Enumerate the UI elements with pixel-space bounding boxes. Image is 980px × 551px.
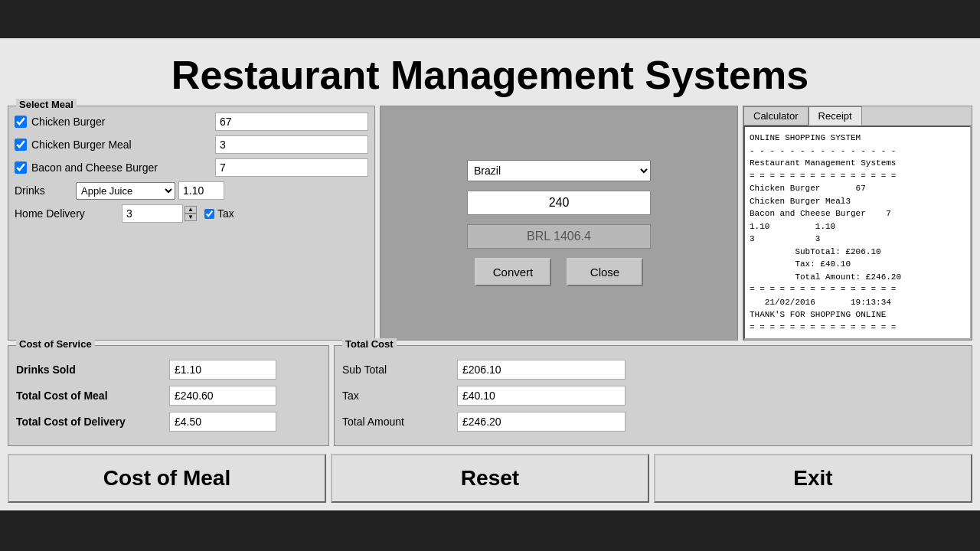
receipt-line: ONLINE SHOPPING SYSTEM — [750, 132, 965, 145]
app-title: Restaurant Management Systems — [0, 52, 980, 98]
cost-of-service-panel: Cost of Service Drinks Sold Total Cost o… — [8, 345, 329, 446]
receipt-tab[interactable]: Receipt — [808, 106, 862, 126]
convert-button[interactable]: Convert — [475, 258, 551, 286]
chicken-burger-meal-label: Chicken Burger Meal — [31, 139, 215, 151]
calculator-tab[interactable]: Calculator — [743, 106, 808, 126]
bottom-buttons: Cost of Meal Reset Exit — [8, 454, 972, 503]
converter-buttons: Convert Close — [475, 258, 643, 286]
chicken-burger-row: Chicken Burger — [15, 112, 368, 131]
chicken-burger-meal-input[interactable] — [215, 135, 368, 154]
receipt-line: SubTotal: £206.10 — [750, 246, 965, 259]
receipt-line: = = = = = = = = = = = = = = = — [750, 170, 965, 183]
receipt-content: ONLINE SHOPPING SYSTEM- - - - - - - - - … — [743, 126, 972, 340]
receipt-line: Chicken Burger 67 — [750, 182, 965, 195]
tax-checkbox[interactable] — [204, 209, 214, 219]
bacon-cheese-checkbox[interactable] — [15, 161, 27, 174]
receipt-panel: Calculator Receipt ONLINE SHOPPING SYSTE… — [743, 106, 972, 341]
chicken-burger-checkbox[interactable] — [15, 116, 27, 128]
tax-total-label: Tax — [342, 390, 457, 402]
tax-check-container: Tax — [204, 207, 234, 220]
chicken-burger-label: Chicken Burger — [31, 116, 215, 128]
drinks-label: Drinks — [15, 184, 76, 197]
sub-total-label: Sub Total — [342, 364, 457, 376]
total-cost-delivery-label: Total Cost of Delivery — [16, 416, 169, 428]
bacon-cheese-input[interactable] — [215, 158, 368, 177]
receipt-line: - - - - - - - - - - - - - - - — [750, 145, 965, 158]
delivery-label: Home Delivery — [15, 207, 122, 220]
drinks-select[interactable]: Apple Juice Orange Juice Cola Water — [76, 182, 175, 200]
chicken-burger-meal-row: Chicken Burger Meal — [15, 135, 368, 154]
reset-button[interactable]: Reset — [331, 454, 649, 503]
total-amount-label: Total Amount — [342, 416, 457, 428]
total-cost-meal-value[interactable] — [169, 386, 276, 406]
receipt-line: Chicken Burger Meal3 — [750, 195, 965, 208]
bacon-cheese-label: Bacon and Cheese Burger — [31, 161, 215, 174]
close-button[interactable]: Close — [567, 258, 643, 286]
tax-row: Tax — [342, 386, 964, 406]
total-cost-label: Total Cost — [342, 338, 397, 350]
chicken-burger-input[interactable] — [215, 112, 368, 131]
total-cost-panel: Total Cost Sub Total Tax Total Amount — [334, 345, 972, 446]
receipt-line: THANK'S FOR SHOPPING ONLINE — [750, 308, 965, 321]
select-meal-panel: Select Meal Chicken Burger Chicken Burge… — [8, 106, 375, 341]
receipt-line: 21/02/2016 19:13:34 — [750, 296, 965, 309]
spinner-buttons: ▲ ▼ — [185, 206, 197, 221]
drinks-sold-label: Drinks Sold — [16, 364, 169, 376]
tax-label: Tax — [217, 207, 234, 220]
receipt-line: = = = = = = = = = = = = = = = — [750, 321, 965, 334]
delivery-spinner: ▲ ▼ — [122, 204, 197, 223]
total-cost-delivery-row: Total Cost of Delivery — [16, 412, 321, 432]
select-meal-label: Select Meal — [16, 99, 77, 110]
chicken-burger-meal-checkbox[interactable] — [15, 139, 27, 151]
receipt-line: Tax: £40.10 — [750, 258, 965, 271]
currency-result: BRL 1406.4 — [467, 224, 651, 249]
tax-value[interactable] — [457, 386, 626, 406]
sub-total-row: Sub Total — [342, 360, 964, 380]
receipt-line: Bacon and Cheese Burger 7 — [750, 207, 965, 220]
drinks-sold-row: Drinks Sold — [16, 360, 321, 380]
total-cost-delivery-value[interactable] — [169, 412, 276, 432]
spinner-up-button[interactable]: ▲ — [185, 206, 197, 214]
total-cost-meal-row: Total Cost of Meal — [16, 386, 321, 406]
drinks-row: Drinks Apple Juice Orange Juice Cola Wat… — [15, 181, 368, 200]
total-cost-meal-label: Total Cost of Meal — [16, 390, 169, 402]
exit-button[interactable]: Exit — [654, 454, 972, 503]
receipt-line: Restaurant Management Systems — [750, 157, 965, 170]
receipt-tabs: Calculator Receipt — [743, 106, 972, 126]
currency-select[interactable]: Brazil USA France Germany Japan — [467, 160, 651, 181]
delivery-row: Home Delivery ▲ ▼ Tax — [15, 204, 368, 223]
spinner-down-button[interactable]: ▼ — [185, 214, 197, 221]
currency-amount-input[interactable] — [467, 191, 651, 215]
sub-total-value[interactable] — [457, 360, 626, 380]
receipt-line: 3 3 — [750, 233, 965, 246]
total-amount-value[interactable] — [457, 412, 626, 432]
converter-panel: Brazil USA France Germany Japan BRL 1406… — [380, 106, 738, 341]
receipt-line: = = = = = = = = = = = = = = = — [750, 283, 965, 296]
receipt-line: 1.10 1.10 — [750, 220, 965, 233]
drinks-sold-value[interactable] — [169, 360, 276, 380]
receipt-line: Total Amount: £246.20 — [750, 271, 965, 284]
cost-of-meal-button[interactable]: Cost of Meal — [8, 454, 326, 503]
delivery-input[interactable] — [122, 204, 183, 223]
bacon-cheese-row: Bacon and Cheese Burger — [15, 158, 368, 177]
drinks-price-input[interactable] — [178, 181, 224, 200]
total-amount-row: Total Amount — [342, 412, 964, 432]
cost-of-service-label: Cost of Service — [16, 338, 95, 350]
